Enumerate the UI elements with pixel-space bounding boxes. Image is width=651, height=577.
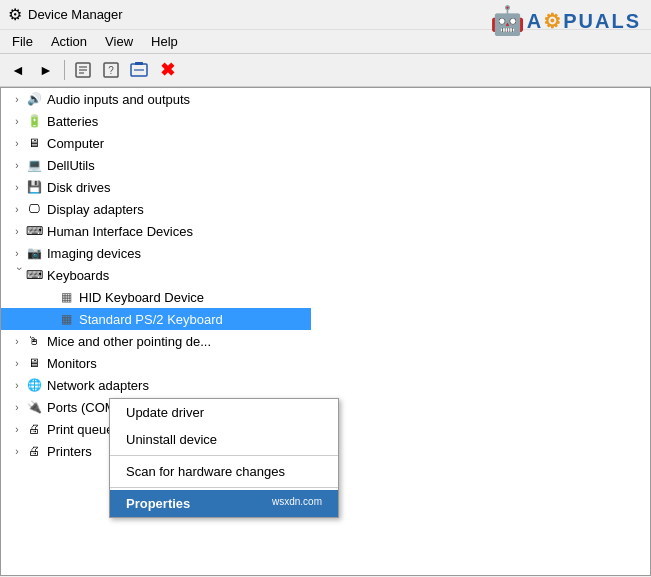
computer-label: Computer (47, 136, 104, 151)
disk-label: Disk drives (47, 180, 111, 195)
context-update-driver[interactable]: Update driver (110, 399, 338, 426)
expand-hid: › (9, 223, 25, 239)
tree-item-keyboards[interactable]: › Keyboards (1, 264, 311, 286)
audio-icon (25, 90, 43, 108)
hid-label: Human Interface Devices (47, 224, 193, 239)
ps2-keyboard-label: Standard PS/2 Keyboard (79, 312, 223, 327)
printers-icon (25, 442, 43, 460)
expand-ports: › (9, 399, 25, 415)
hid-icon (25, 222, 43, 240)
appuals-logo: 🤖 A⚙PUALS (490, 4, 641, 37)
expand-printers: › (9, 443, 25, 459)
expand-keyboards: › (9, 267, 25, 283)
batteries-label: Batteries (47, 114, 98, 129)
tree-item-hid[interactable]: › Human Interface Devices (1, 220, 311, 242)
content-area: › Audio inputs and outputs › Batteries ›… (0, 87, 651, 576)
tree-item-disk[interactable]: › Disk drives (1, 176, 311, 198)
keyboard-icon (25, 266, 43, 284)
title-bar: ⚙ Device Manager 🤖 A⚙PUALS (0, 0, 651, 30)
update-button[interactable]: ? (99, 58, 123, 82)
expand-display: › (9, 201, 25, 217)
imaging-label: Imaging devices (47, 246, 141, 261)
network-label: Network adapters (47, 378, 149, 393)
expand-imaging: › (9, 245, 25, 261)
expand-audio: › (9, 91, 25, 107)
display-icon (25, 200, 43, 218)
monitors-icon (25, 354, 43, 372)
expand-ps2 (41, 311, 57, 327)
properties-button[interactable] (71, 58, 95, 82)
tree-item-batteries[interactable]: › Batteries (1, 110, 311, 132)
disk-icon (25, 178, 43, 196)
toolbar-separator-1 (64, 60, 65, 80)
printers-label: Printers (47, 444, 92, 459)
menu-help[interactable]: Help (143, 32, 186, 51)
context-separator-2 (110, 487, 338, 488)
tree-item-ps2-keyboard[interactable]: Standard PS/2 Keyboard (1, 308, 311, 330)
tree-item-audio[interactable]: › Audio inputs and outputs (1, 88, 311, 110)
context-scan-changes[interactable]: Scan for hardware changes (110, 458, 338, 485)
display-label: Display adapters (47, 202, 144, 217)
expand-disk: › (9, 179, 25, 195)
svg-text:?: ? (108, 65, 114, 76)
audio-label: Audio inputs and outputs (47, 92, 190, 107)
expand-network: › (9, 377, 25, 393)
expand-mice: › (9, 333, 25, 349)
hid-keyboard-icon (57, 288, 75, 306)
imaging-icon (25, 244, 43, 262)
hid-keyboard-label: HID Keyboard Device (79, 290, 204, 305)
dell-icon (25, 156, 43, 174)
battery-icon (25, 112, 43, 130)
expand-batteries: › (9, 113, 25, 129)
computer-icon (25, 134, 43, 152)
keyboards-label: Keyboards (47, 268, 109, 283)
context-properties[interactable]: Properties wsxdn.com (110, 490, 338, 517)
tree-item-monitors[interactable]: › Monitors (1, 352, 311, 374)
svg-rect-7 (135, 62, 143, 65)
network-icon (25, 376, 43, 394)
back-button[interactable]: ◄ (6, 58, 30, 82)
print-icon (25, 420, 43, 438)
tree-item-dellutils[interactable]: › DellUtils (1, 154, 311, 176)
tree-item-hid-keyboard[interactable]: HID Keyboard Device (1, 286, 311, 308)
menu-view[interactable]: View (97, 32, 141, 51)
ports-icon (25, 398, 43, 416)
monitors-label: Monitors (47, 356, 97, 371)
menu-action[interactable]: Action (43, 32, 95, 51)
app-title: Device Manager (28, 7, 123, 22)
tree-item-imaging[interactable]: › Imaging devices (1, 242, 311, 264)
expand-computer: › (9, 135, 25, 151)
tree-item-network[interactable]: › Network adapters (1, 374, 311, 396)
app-icon: ⚙ (8, 5, 22, 24)
context-menu: Update driver Uninstall device Scan for … (109, 398, 339, 518)
expand-printqueues: › (9, 421, 25, 437)
context-uninstall-device[interactable]: Uninstall device (110, 426, 338, 453)
toolbar: ◄ ► ? ✖ (0, 54, 651, 87)
forward-button[interactable]: ► (34, 58, 58, 82)
mice-label: Mice and other pointing de... (47, 334, 211, 349)
context-watermark: wsxdn.com (272, 496, 322, 507)
remove-button[interactable]: ✖ (155, 58, 179, 82)
tree-item-computer[interactable]: › Computer (1, 132, 311, 154)
mice-icon (25, 332, 43, 350)
tree-item-mice[interactable]: › Mice and other pointing de... (1, 330, 311, 352)
expand-monitors: › (9, 355, 25, 371)
menu-file[interactable]: File (4, 32, 41, 51)
appuals-text: A⚙PUALS (527, 9, 641, 33)
scan-button[interactable] (127, 58, 151, 82)
dellutils-label: DellUtils (47, 158, 95, 173)
tree-item-display[interactable]: › Display adapters (1, 198, 311, 220)
properties-label: Properties (126, 496, 190, 511)
appuals-robot-icon: 🤖 (490, 4, 525, 37)
context-separator-1 (110, 455, 338, 456)
expand-hid-keyboard (41, 289, 57, 305)
ps2-keyboard-icon (57, 310, 75, 328)
expand-dellutils: › (9, 157, 25, 173)
